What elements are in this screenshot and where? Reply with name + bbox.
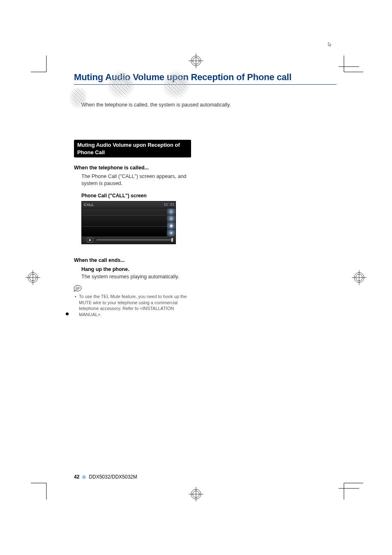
black-dot-decoration xyxy=(66,312,69,315)
crop-mark-bottom-right xyxy=(339,479,363,500)
screen-side-icon-2: ♫ xyxy=(167,215,175,222)
bullet-dot: • xyxy=(75,294,79,318)
screen-side-icon-1: ⌂ xyxy=(167,208,175,215)
crop-mark-top-right xyxy=(339,56,363,76)
registration-mark-right xyxy=(352,270,367,285)
hangup-instruction: Hang up the phone. xyxy=(81,266,191,272)
note-text: • To use the TEL Mute feature, you need … xyxy=(75,294,191,318)
registration-mark-left xyxy=(25,270,40,285)
registration-mark-top xyxy=(189,53,203,68)
page-number: 42 xyxy=(74,474,79,480)
page-content: Muting Audio Volume upon Reception of Ph… xyxy=(74,72,337,318)
play-icon xyxy=(87,238,93,243)
when-called-text: The Phone Call ("CALL") screen appears, … xyxy=(81,173,191,187)
crop-mark-bottom-left xyxy=(31,479,51,500)
hatch-decoration xyxy=(159,70,192,99)
section-heading: Muting Audio Volume upon Reception of Ph… xyxy=(74,140,191,157)
screen-side-icon-4: ✶ xyxy=(167,230,175,236)
screen-caption: Phone Call ("CALL") screen xyxy=(81,193,191,199)
footer-bullet-icon xyxy=(82,475,86,479)
note-icon xyxy=(73,284,191,292)
page-footer: 42 DDX5032/DDX5032M xyxy=(74,474,137,480)
screen-side-icon-3: ◉ xyxy=(167,222,175,229)
hatch-decoration xyxy=(104,70,137,99)
intro-text: When the telephone is called, the system… xyxy=(81,102,337,108)
cursor-icon xyxy=(328,41,332,49)
footer-model: DDX5032/DDX5032M xyxy=(89,474,137,480)
hatch-decoration xyxy=(67,88,86,111)
crop-mark-top-left xyxy=(31,56,51,76)
section-column: Muting Audio Volume upon Reception of Ph… xyxy=(74,140,191,318)
call-screen-illustration: CALL 11:21 ⌂ ♫ ◉ ✶ xyxy=(81,201,176,244)
progress-track xyxy=(97,239,173,240)
subheading-when-ends: When the call ends... xyxy=(74,257,191,263)
note-line: To use the TEL Mute feature, you need to… xyxy=(79,294,191,318)
subheading-when-called: When the telephone is called... xyxy=(74,165,191,171)
when-ends-text: The system resumes playing automatically… xyxy=(81,273,191,280)
call-screen-time: 11:21 xyxy=(164,203,174,207)
registration-mark-bottom xyxy=(189,487,203,502)
call-screen-title: CALL xyxy=(84,203,94,207)
